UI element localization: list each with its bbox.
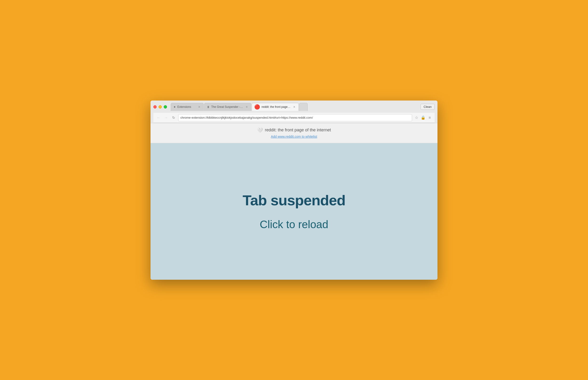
tab-great-suspender[interactable]: ⏸ The Great Suspender - Ch… × [204, 103, 251, 111]
site-title: 🤍 reddit: the front page of the internet [155, 127, 433, 133]
site-title-text: reddit: the front page of the internet [265, 128, 331, 133]
address-bar-row: ← → ↻ chrome-extension://klbibkeccnjlkjk… [153, 113, 435, 123]
back-button[interactable]: ← [156, 115, 161, 121]
whitelist-link[interactable]: Add www.reddit.com to whitelist [271, 135, 317, 138]
forward-button[interactable]: → [163, 115, 169, 121]
reddit-tab-label: reddit: the front page of th… [261, 105, 291, 109]
extensions-tab-icon: ✦ [173, 105, 176, 109]
maximize-traffic-light[interactable] [164, 105, 167, 109]
traffic-lights [153, 105, 167, 109]
url-bar[interactable]: chrome-extension://klbibkeccnjlkjkiokjod… [178, 114, 412, 121]
reddit-tab-close[interactable]: × [292, 105, 296, 109]
forward-icon: → [164, 115, 168, 120]
tabs-row: ✦ Extensions × ⏸ The Great Suspender - C… [171, 103, 420, 111]
tab-reddit[interactable]: 🔴 reddit: the front page of th… × [252, 103, 299, 111]
menu-icon[interactable]: ≡ [427, 115, 432, 120]
close-traffic-light[interactable] [153, 105, 157, 109]
title-bar: ✦ Extensions × ⏸ The Great Suspender - C… [151, 100, 437, 123]
reddit-logo-icon: 🤍 [257, 127, 263, 133]
click-to-reload-text: Click to reload [260, 218, 328, 231]
address-bar-actions: ☆ 🔒 ≡ [414, 115, 432, 120]
page-content[interactable]: Tab suspended Click to reload [151, 143, 437, 280]
great-suspender-tab-close[interactable]: × [245, 105, 249, 109]
url-text: chrome-extension://klbibkeccnjlkjkiokjod… [180, 116, 410, 119]
refresh-icon: ↻ [172, 115, 175, 120]
tab-suspended-heading: Tab suspended [242, 192, 345, 209]
bookmark-star-icon[interactable]: ☆ [414, 115, 419, 120]
new-tab-slot[interactable] [299, 103, 308, 111]
great-suspender-tab-icon: ⏸ [207, 105, 210, 109]
extensions-tab-label: Extensions [177, 105, 196, 109]
page-header: 🤍 reddit: the front page of the internet… [151, 123, 437, 143]
browser-window: ✦ Extensions × ⏸ The Great Suspender - C… [151, 100, 437, 280]
extensions-tab-close[interactable]: × [197, 105, 201, 109]
great-suspender-tab-label: The Great Suspender - Ch… [211, 105, 243, 109]
reddit-tab-icon: 🔴 [254, 104, 260, 110]
back-icon: ← [157, 115, 160, 120]
tab-extensions[interactable]: ✦ Extensions × [171, 103, 204, 111]
minimize-traffic-light[interactable] [158, 105, 162, 109]
refresh-button[interactable]: ↻ [171, 115, 176, 121]
clean-button[interactable]: Clean [420, 104, 435, 110]
shield-icon[interactable]: 🔒 [420, 115, 426, 120]
